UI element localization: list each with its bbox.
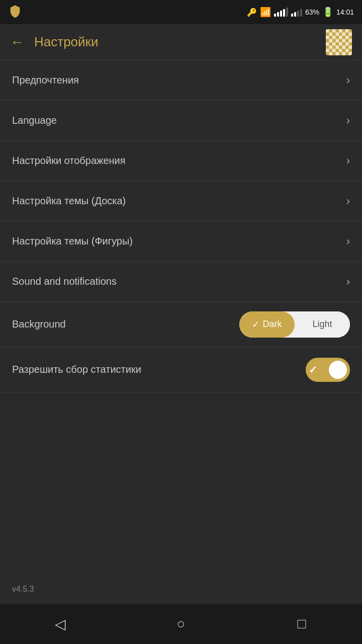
statistics-label: Разрешить сбор статистики: [12, 364, 141, 375]
nav-back-button[interactable]: ◁: [40, 604, 80, 644]
chevron-icon-preferences: ›: [346, 74, 350, 87]
menu-item-language[interactable]: Language ›: [0, 101, 362, 141]
version-row: v4.5.3: [0, 392, 362, 604]
background-row: Background ✓ Dark Light: [0, 302, 362, 347]
nav-back-icon: ◁: [55, 616, 66, 632]
status-bar: 🔑 📶 63% 🔋 14:01: [0, 0, 362, 24]
nav-home-button[interactable]: ○: [161, 604, 201, 644]
chevron-icon-display-settings: ›: [346, 154, 350, 168]
menu-label-sound-notifications: Sound and notifications: [12, 276, 117, 287]
version-text: v4.5.3: [12, 585, 34, 594]
menu-label-display-settings: Настройки отображения: [12, 155, 126, 167]
nav-recent-icon: □: [298, 616, 306, 632]
menu-item-display-settings[interactable]: Настройки отображения ›: [0, 141, 362, 181]
signal-bars: [274, 8, 288, 17]
battery-percent: 63%: [305, 8, 319, 16]
clock: 14:01: [336, 8, 354, 16]
background-toggle[interactable]: ✓ Dark Light: [239, 311, 350, 338]
status-bar-left: [8, 4, 22, 20]
chess-icon: [326, 29, 352, 55]
menu-label-language: Language: [12, 115, 57, 126]
nav-home-icon: ○: [177, 616, 186, 632]
chevron-icon-language: ›: [346, 114, 350, 127]
back-button[interactable]: ←: [10, 34, 24, 50]
statistics-toggle[interactable]: ✓: [306, 358, 350, 382]
header: ← Настройки: [0, 24, 362, 60]
key-icon: 🔑: [247, 8, 257, 17]
wifi-icon: 📶: [260, 7, 271, 18]
toggle-knob: [329, 361, 347, 379]
menu-item-pieces-theme[interactable]: Настройка темы (Фигуры) ›: [0, 221, 362, 262]
menu-label-preferences: Предпочтения: [12, 74, 79, 86]
menu-item-preferences[interactable]: Предпочтения ›: [0, 60, 362, 101]
light-option[interactable]: Light: [295, 311, 350, 338]
chevron-icon-pieces-theme: ›: [346, 235, 350, 248]
dark-checkmark: ✓: [252, 319, 259, 330]
battery-icon: 🔋: [322, 7, 333, 18]
signal-bars-2: [291, 8, 302, 17]
status-icons: 🔑 📶 63% 🔋 14:01: [247, 7, 354, 18]
shield-icon: [8, 4, 22, 18]
menu-label-board-theme: Настройка темы (Доска): [12, 195, 126, 207]
nav-recent-button[interactable]: □: [282, 604, 322, 644]
statistics-row: Разрешить сбор статистики ✓: [0, 347, 362, 392]
dark-label: Dark: [262, 319, 282, 330]
chevron-icon-sound-notifications: ›: [346, 275, 350, 288]
menu-label-pieces-theme: Настройка темы (Фигуры): [12, 235, 133, 247]
light-label: Light: [312, 319, 332, 330]
page-title: Настройки: [34, 34, 326, 50]
background-label: Background: [12, 318, 66, 330]
menu-list: Предпочтения › Language › Настройки отоб…: [0, 60, 362, 604]
menu-item-board-theme[interactable]: Настройка темы (Доска) ›: [0, 181, 362, 221]
svg-rect-3: [326, 29, 352, 55]
chevron-icon-board-theme: ›: [346, 195, 350, 208]
nav-bar: ◁ ○ □: [0, 604, 362, 644]
dark-option[interactable]: ✓ Dark: [239, 311, 295, 338]
toggle-check-icon: ✓: [309, 364, 317, 376]
menu-item-sound-notifications[interactable]: Sound and notifications ›: [0, 262, 362, 302]
